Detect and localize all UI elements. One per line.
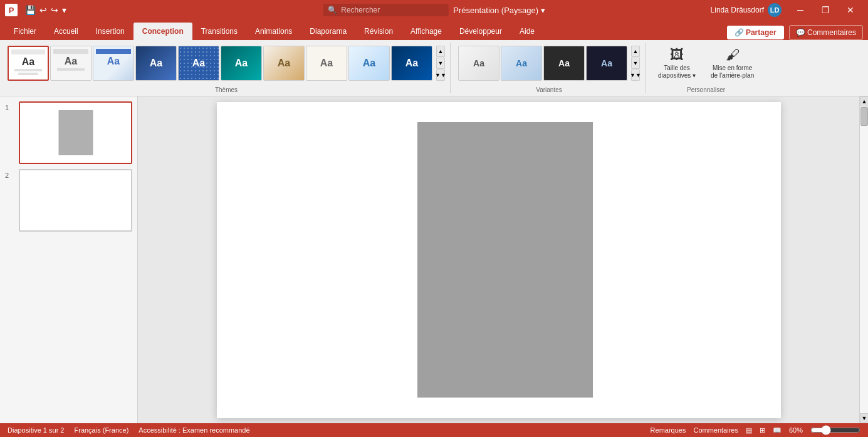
- slide-item-2[interactable]: 2: [5, 169, 132, 232]
- accessibility-status: Accessibilité : Examen recommandé: [139, 426, 249, 434]
- theme-item-default[interactable]: Aa: [8, 46, 49, 81]
- tab-revision[interactable]: Révision: [355, 23, 402, 40]
- view-normal-icon[interactable]: ▤: [746, 426, 752, 434]
- save-icon[interactable]: 💾: [25, 5, 36, 15]
- themes-scroll-up[interactable]: ▲: [436, 46, 445, 57]
- variant-item-3[interactable]: Aa: [543, 46, 585, 81]
- themes-gallery-content: Aa Aa Aa: [8, 43, 445, 84]
- themes-scroll-controls: ▲ ▼ ▼▼: [436, 46, 445, 81]
- personaliser-content: 🖼 Taille desdiapositives ▾ 🖌 Mise en for…: [653, 43, 759, 84]
- quick-access-toolbar: 💾 ↩ ↪ ▾: [25, 5, 66, 15]
- tab-diaporama[interactable]: Diaporama: [301, 23, 355, 40]
- user-name: Linda Dräusdorf: [711, 6, 764, 14]
- variants-label: Variantes: [536, 84, 562, 93]
- themes-gallery: Aa Aa Aa: [8, 46, 432, 81]
- title-bar-right: Linda Dräusdorf LD ─ ❐ ✕: [711, 0, 863, 20]
- theme-item-10[interactable]: Aa: [391, 46, 432, 81]
- background-format-icon: 🖌: [726, 47, 740, 63]
- title-bar-left: P 💾 ↩ ↪ ▾: [5, 4, 66, 16]
- scroll-track[interactable]: [860, 106, 868, 413]
- theme-item-9[interactable]: Aa: [348, 46, 390, 81]
- title-bar-center: 🔍 Présentation (Paysage) ▾: [323, 4, 545, 16]
- slide-size-label: Taille desdiapositives ▾: [658, 64, 696, 80]
- view-reading-icon[interactable]: 📖: [773, 426, 782, 434]
- slide-count-status: Diapositive 1 sur 2: [8, 426, 65, 434]
- tab-developpeur[interactable]: Développeur: [451, 23, 511, 40]
- slide-number-1: 1: [5, 104, 14, 111]
- variant-item-4[interactable]: Aa: [586, 46, 627, 81]
- slide-thumbnail-1[interactable]: [19, 101, 132, 164]
- tab-affichage[interactable]: Affichage: [402, 23, 451, 40]
- close-button[interactable]: ✕: [838, 0, 863, 20]
- variants-scroll-up[interactable]: ▲: [631, 46, 640, 57]
- tab-conception[interactable]: Conception: [133, 23, 192, 40]
- background-format-button[interactable]: 🖌 Mise en formede l'arrière-plan: [706, 44, 759, 82]
- notes-button[interactable]: Remarques: [651, 426, 686, 434]
- variant-item-2[interactable]: Aa: [501, 46, 542, 81]
- main-area: 1 2 ▲ ▼: [0, 96, 868, 423]
- slide-number-2: 2: [5, 172, 14, 179]
- language-status: Français (France): [75, 426, 129, 434]
- view-slides-icon[interactable]: ⊞: [760, 426, 765, 434]
- ribbon-content: Aa Aa Aa: [0, 40, 868, 96]
- search-bar[interactable]: 🔍: [323, 4, 448, 16]
- tab-fichier[interactable]: Fichier: [5, 23, 45, 40]
- variants-gallery-content: Aa Aa Aa Aa ▲ ▼ ▼▼: [458, 43, 640, 84]
- scroll-thumb[interactable]: [860, 107, 868, 126]
- theme-item-3[interactable]: Aa: [93, 46, 134, 81]
- tab-insertion[interactable]: Insertion: [87, 23, 133, 40]
- avatar[interactable]: LD: [768, 3, 782, 17]
- ribbon-actions: 🔗 Partager 💬 Commentaires: [727, 25, 863, 40]
- title-bar: P 💾 ↩ ↪ ▾ 🔍 Présentation (Paysage) ▾ Lin…: [0, 0, 868, 20]
- slide-size-icon: 🖼: [670, 47, 684, 63]
- slide-thumbnail-2[interactable]: [19, 169, 132, 232]
- variants-gallery: Aa Aa Aa Aa: [458, 46, 627, 81]
- theme-item-5[interactable]: Aa: [178, 46, 219, 81]
- redo-icon[interactable]: ↪: [51, 5, 58, 15]
- minimize-button[interactable]: ─: [788, 0, 813, 20]
- document-title: Présentation (Paysage) ▾: [453, 6, 545, 15]
- slide-item-1[interactable]: 1: [5, 101, 132, 164]
- share-button[interactable]: 🔗 Partager: [727, 26, 784, 39]
- slide-placeholder-image: [417, 122, 593, 398]
- theme-item-8[interactable]: Aa: [306, 46, 347, 81]
- ribbon-tab-bar: Fichier Accueil Insertion Conception Tra…: [0, 20, 868, 40]
- themes-label: Thèmes: [215, 84, 238, 93]
- theme-item-6[interactable]: Aa: [221, 46, 262, 81]
- themes-expand[interactable]: ▼▼: [436, 69, 445, 81]
- slide-canvas[interactable]: [217, 102, 781, 418]
- personaliser-label: Personnaliser: [687, 84, 725, 93]
- search-icon: 🔍: [328, 6, 337, 14]
- restore-button[interactable]: ❐: [813, 0, 838, 20]
- customize-quick-access-icon[interactable]: ▾: [62, 5, 66, 15]
- slide-thumb-content-1: [58, 110, 93, 155]
- themes-section: Aa Aa Aa: [5, 43, 451, 93]
- slide-size-button[interactable]: 🖼 Taille desdiapositives ▾: [653, 44, 701, 82]
- zoom-level: 60%: [789, 426, 803, 434]
- search-input[interactable]: [341, 6, 435, 14]
- comments-status[interactable]: Commentaires: [693, 426, 738, 434]
- themes-scroll-down[interactable]: ▼: [436, 58, 445, 69]
- variant-item-1[interactable]: Aa: [458, 46, 499, 81]
- variants-expand[interactable]: ▼▼: [631, 69, 640, 81]
- slides-panel: 1 2: [0, 96, 138, 423]
- canvas-area: [138, 96, 859, 423]
- theme-item-2[interactable]: Aa: [50, 46, 92, 81]
- scroll-down-button[interactable]: ▼: [860, 413, 868, 423]
- tab-accueil[interactable]: Accueil: [45, 23, 87, 40]
- right-scrollbar[interactable]: ▲ ▼: [859, 96, 868, 423]
- tab-animations[interactable]: Animations: [246, 23, 301, 40]
- zoom-slider[interactable]: [810, 425, 860, 435]
- personaliser-section: 🖼 Taille desdiapositives ▾ 🖌 Mise en for…: [651, 43, 764, 93]
- variants-scroll-controls: ▲ ▼ ▼▼: [631, 46, 640, 81]
- variants-scroll-down[interactable]: ▼: [631, 58, 640, 69]
- scroll-up-button[interactable]: ▲: [860, 96, 868, 106]
- undo-icon[interactable]: ↩: [39, 5, 47, 15]
- tab-transitions[interactable]: Transitions: [192, 23, 246, 40]
- tab-aide[interactable]: Aide: [511, 23, 543, 40]
- status-bar-right: Remarques Commentaires ▤ ⊞ 📖 60%: [651, 425, 860, 435]
- theme-item-7[interactable]: Aa: [263, 46, 305, 81]
- comments-button[interactable]: 💬 Commentaires: [789, 25, 863, 40]
- theme-item-4[interactable]: Aa: [135, 46, 177, 81]
- background-format-label: Mise en formede l'arrière-plan: [711, 64, 754, 80]
